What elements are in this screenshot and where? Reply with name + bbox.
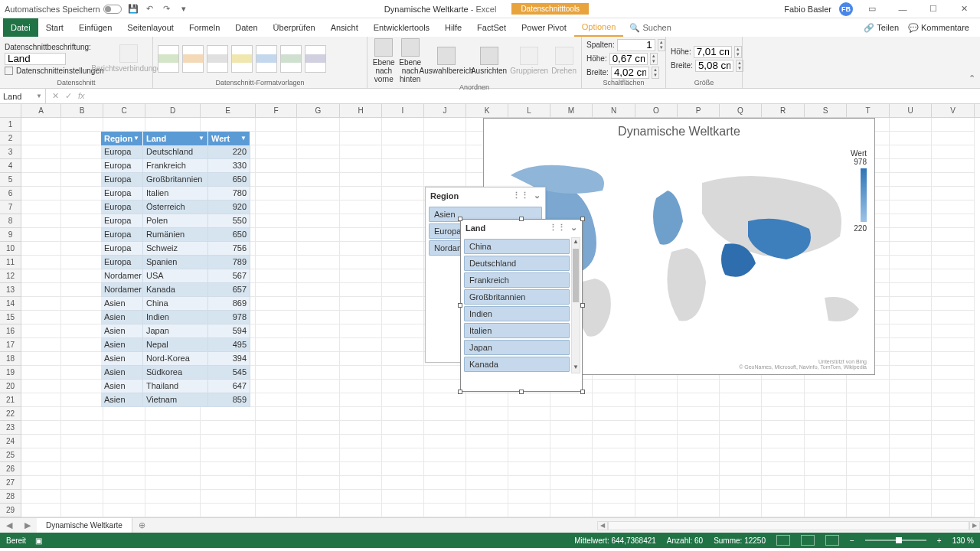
table-cell[interactable]: Indien xyxy=(143,311,208,324)
selection-pane-button[interactable]: Auswahlbereich xyxy=(425,47,468,75)
cell[interactable] xyxy=(678,380,720,393)
cell[interactable] xyxy=(61,407,103,421)
cell[interactable] xyxy=(256,490,297,504)
table-cell[interactable]: 220 xyxy=(208,145,250,159)
cell[interactable] xyxy=(201,421,256,435)
cell[interactable] xyxy=(145,448,201,462)
cell[interactable] xyxy=(21,118,61,132)
select-all-corner[interactable] xyxy=(0,104,21,117)
cell[interactable] xyxy=(762,490,805,504)
autosave-toggle[interactable]: Automatisches Speichern xyxy=(5,5,122,14)
slicer-style-swatch[interactable] xyxy=(280,45,302,73)
cell[interactable] xyxy=(382,242,424,256)
view-normal-icon[interactable] xyxy=(776,535,790,546)
row-header[interactable]: 11 xyxy=(0,256,21,269)
slicer-item[interactable]: China xyxy=(464,239,570,254)
cell[interactable] xyxy=(21,435,61,448)
cell[interactable] xyxy=(382,407,424,421)
col-header[interactable]: N xyxy=(593,104,635,117)
cell[interactable] xyxy=(382,421,424,435)
tab-seitenlayout[interactable]: Seitenlayout xyxy=(119,18,181,37)
cell[interactable] xyxy=(720,476,762,490)
table-cell[interactable]: Europa xyxy=(101,159,143,173)
cell[interactable] xyxy=(21,187,61,201)
row-header[interactable]: 29 xyxy=(0,504,21,517)
user-avatar[interactable]: FB xyxy=(839,2,853,16)
table-cell[interactable]: Spanien xyxy=(143,256,208,269)
add-sheet-icon[interactable]: ⊕ xyxy=(132,520,152,530)
cell[interactable] xyxy=(762,407,805,421)
cell[interactable] xyxy=(61,201,103,214)
cell[interactable] xyxy=(424,504,466,517)
cell[interactable] xyxy=(21,476,61,490)
cell[interactable] xyxy=(762,504,805,517)
cell[interactable] xyxy=(297,393,340,407)
cell[interactable] xyxy=(201,476,256,490)
cell[interactable] xyxy=(593,448,635,462)
cell[interactable] xyxy=(297,283,340,297)
slicer-style-swatch[interactable] xyxy=(256,45,277,73)
table-cell[interactable]: 978 xyxy=(208,311,250,324)
table-cell[interactable]: Europa xyxy=(101,256,143,269)
row-header[interactable]: 26 xyxy=(0,462,21,476)
cell[interactable] xyxy=(382,283,424,297)
cell[interactable] xyxy=(103,476,145,490)
cell[interactable] xyxy=(61,242,103,256)
cell[interactable] xyxy=(805,393,847,407)
resize-handle[interactable] xyxy=(519,217,524,221)
cell[interactable] xyxy=(297,462,340,476)
table-cell[interactable]: Vietnam xyxy=(143,393,208,407)
size-height-input[interactable] xyxy=(694,46,732,58)
cell[interactable] xyxy=(678,476,720,490)
cell[interactable] xyxy=(256,242,297,256)
table-cell[interactable]: 567 xyxy=(208,269,250,283)
table-cell[interactable]: 789 xyxy=(208,256,250,269)
row-header[interactable]: 19 xyxy=(0,366,21,380)
cell[interactable] xyxy=(256,311,297,324)
cell[interactable] xyxy=(932,462,975,476)
slicer-style-swatch[interactable] xyxy=(207,45,228,73)
cell[interactable] xyxy=(762,462,805,476)
zoom-in-icon[interactable]: + xyxy=(937,536,942,545)
cell[interactable] xyxy=(890,476,932,490)
tab-power pivot[interactable]: Power Pivot xyxy=(514,18,574,37)
cell[interactable] xyxy=(508,421,550,435)
cell[interactable] xyxy=(382,448,424,462)
col-header[interactable]: G xyxy=(297,104,340,117)
row-header[interactable]: 22 xyxy=(0,407,21,421)
spinner-icon[interactable]: ▲▼ xyxy=(736,60,743,72)
cell[interactable] xyxy=(932,421,975,435)
cell[interactable] xyxy=(890,256,932,269)
cell[interactable] xyxy=(21,352,61,366)
cell[interactable] xyxy=(762,421,805,435)
cell[interactable] xyxy=(201,490,256,504)
cell[interactable] xyxy=(508,435,550,448)
cell[interactable] xyxy=(550,435,593,448)
maximize-icon[interactable]: ☐ xyxy=(922,2,945,17)
table-cell[interactable]: 780 xyxy=(208,187,250,201)
cell[interactable] xyxy=(21,256,61,269)
cell[interactable] xyxy=(847,448,890,462)
cell[interactable] xyxy=(466,476,508,490)
cell[interactable] xyxy=(932,159,975,173)
cell[interactable] xyxy=(61,145,103,159)
cell[interactable] xyxy=(424,159,466,173)
cell[interactable] xyxy=(890,448,932,462)
cell[interactable] xyxy=(382,435,424,448)
scroll-up-icon[interactable]: ▲ xyxy=(572,238,580,247)
table-header[interactable]: Land▼ xyxy=(143,132,208,145)
resize-handle[interactable] xyxy=(580,217,585,221)
cell[interactable] xyxy=(340,393,382,407)
table-cell[interactable]: Nord-Korea xyxy=(143,352,208,366)
table-cell[interactable]: Großbritannien xyxy=(143,173,208,187)
cell[interactable] xyxy=(593,476,635,490)
cell[interactable] xyxy=(145,407,201,421)
cell[interactable] xyxy=(256,476,297,490)
hscroll-right-icon[interactable]: ▶ xyxy=(969,521,980,530)
cell[interactable] xyxy=(256,324,297,338)
hscroll-left-icon[interactable]: ◀ xyxy=(597,521,608,530)
cell[interactable] xyxy=(256,407,297,421)
slicer-caption-input[interactable] xyxy=(5,53,66,65)
table-cell[interactable]: 545 xyxy=(208,366,250,380)
cell[interactable] xyxy=(890,393,932,407)
